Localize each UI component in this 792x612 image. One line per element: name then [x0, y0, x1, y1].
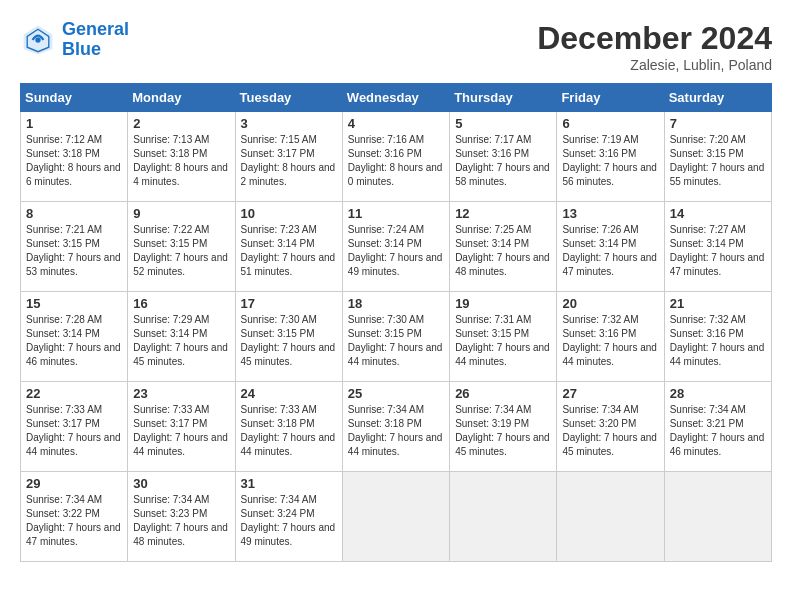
day-number: 5: [455, 116, 551, 131]
day-number: 29: [26, 476, 122, 491]
page-header: General Blue December 2024 Zalesie, Lubl…: [20, 20, 772, 73]
cell-info: Sunrise: 7:12 AMSunset: 3:18 PMDaylight:…: [26, 133, 122, 189]
calendar-cell: 12Sunrise: 7:25 AMSunset: 3:14 PMDayligh…: [450, 202, 557, 292]
calendar-cell: 13Sunrise: 7:26 AMSunset: 3:14 PMDayligh…: [557, 202, 664, 292]
calendar-cell: 21Sunrise: 7:32 AMSunset: 3:16 PMDayligh…: [664, 292, 771, 382]
calendar-cell: 27Sunrise: 7:34 AMSunset: 3:20 PMDayligh…: [557, 382, 664, 472]
calendar-cell: [342, 472, 449, 562]
calendar-cell: 2Sunrise: 7:13 AMSunset: 3:18 PMDaylight…: [128, 112, 235, 202]
column-header-monday: Monday: [128, 84, 235, 112]
day-number: 22: [26, 386, 122, 401]
calendar-cell: 30Sunrise: 7:34 AMSunset: 3:23 PMDayligh…: [128, 472, 235, 562]
day-number: 9: [133, 206, 229, 221]
calendar-cell: 15Sunrise: 7:28 AMSunset: 3:14 PMDayligh…: [21, 292, 128, 382]
logo-text: General Blue: [62, 20, 129, 60]
week-row-3: 15Sunrise: 7:28 AMSunset: 3:14 PMDayligh…: [21, 292, 772, 382]
calendar-cell: 25Sunrise: 7:34 AMSunset: 3:18 PMDayligh…: [342, 382, 449, 472]
cell-info: Sunrise: 7:32 AMSunset: 3:16 PMDaylight:…: [562, 313, 658, 369]
day-number: 3: [241, 116, 337, 131]
calendar-cell: 31Sunrise: 7:34 AMSunset: 3:24 PMDayligh…: [235, 472, 342, 562]
calendar-table: SundayMondayTuesdayWednesdayThursdayFrid…: [20, 83, 772, 562]
cell-info: Sunrise: 7:26 AMSunset: 3:14 PMDaylight:…: [562, 223, 658, 279]
day-number: 6: [562, 116, 658, 131]
day-number: 18: [348, 296, 444, 311]
cell-info: Sunrise: 7:34 AMSunset: 3:22 PMDaylight:…: [26, 493, 122, 549]
cell-info: Sunrise: 7:33 AMSunset: 3:18 PMDaylight:…: [241, 403, 337, 459]
logo-icon: [20, 22, 56, 58]
calendar-cell: 11Sunrise: 7:24 AMSunset: 3:14 PMDayligh…: [342, 202, 449, 292]
day-number: 1: [26, 116, 122, 131]
calendar-cell: 26Sunrise: 7:34 AMSunset: 3:19 PMDayligh…: [450, 382, 557, 472]
cell-info: Sunrise: 7:34 AMSunset: 3:21 PMDaylight:…: [670, 403, 766, 459]
day-number: 28: [670, 386, 766, 401]
cell-info: Sunrise: 7:25 AMSunset: 3:14 PMDaylight:…: [455, 223, 551, 279]
cell-info: Sunrise: 7:21 AMSunset: 3:15 PMDaylight:…: [26, 223, 122, 279]
day-number: 24: [241, 386, 337, 401]
calendar-cell: 16Sunrise: 7:29 AMSunset: 3:14 PMDayligh…: [128, 292, 235, 382]
day-number: 15: [26, 296, 122, 311]
day-number: 4: [348, 116, 444, 131]
calendar-cell: 18Sunrise: 7:30 AMSunset: 3:15 PMDayligh…: [342, 292, 449, 382]
day-number: 20: [562, 296, 658, 311]
calendar-cell: 29Sunrise: 7:34 AMSunset: 3:22 PMDayligh…: [21, 472, 128, 562]
column-header-tuesday: Tuesday: [235, 84, 342, 112]
svg-point-2: [35, 37, 40, 42]
calendar-cell: 23Sunrise: 7:33 AMSunset: 3:17 PMDayligh…: [128, 382, 235, 472]
day-number: 11: [348, 206, 444, 221]
cell-info: Sunrise: 7:19 AMSunset: 3:16 PMDaylight:…: [562, 133, 658, 189]
column-header-friday: Friday: [557, 84, 664, 112]
logo: General Blue: [20, 20, 129, 60]
cell-info: Sunrise: 7:30 AMSunset: 3:15 PMDaylight:…: [241, 313, 337, 369]
calendar-cell: 9Sunrise: 7:22 AMSunset: 3:15 PMDaylight…: [128, 202, 235, 292]
calendar-cell: 20Sunrise: 7:32 AMSunset: 3:16 PMDayligh…: [557, 292, 664, 382]
calendar-cell: 22Sunrise: 7:33 AMSunset: 3:17 PMDayligh…: [21, 382, 128, 472]
day-number: 21: [670, 296, 766, 311]
cell-info: Sunrise: 7:30 AMSunset: 3:15 PMDaylight:…: [348, 313, 444, 369]
day-number: 19: [455, 296, 551, 311]
day-number: 7: [670, 116, 766, 131]
logo-line2: Blue: [62, 39, 101, 59]
cell-info: Sunrise: 7:34 AMSunset: 3:18 PMDaylight:…: [348, 403, 444, 459]
day-number: 10: [241, 206, 337, 221]
cell-info: Sunrise: 7:34 AMSunset: 3:19 PMDaylight:…: [455, 403, 551, 459]
cell-info: Sunrise: 7:22 AMSunset: 3:15 PMDaylight:…: [133, 223, 229, 279]
cell-info: Sunrise: 7:32 AMSunset: 3:16 PMDaylight:…: [670, 313, 766, 369]
day-number: 14: [670, 206, 766, 221]
calendar-cell: 6Sunrise: 7:19 AMSunset: 3:16 PMDaylight…: [557, 112, 664, 202]
calendar-cell: 28Sunrise: 7:34 AMSunset: 3:21 PMDayligh…: [664, 382, 771, 472]
cell-info: Sunrise: 7:34 AMSunset: 3:23 PMDaylight:…: [133, 493, 229, 549]
location: Zalesie, Lublin, Poland: [537, 57, 772, 73]
cell-info: Sunrise: 7:15 AMSunset: 3:17 PMDaylight:…: [241, 133, 337, 189]
cell-info: Sunrise: 7:29 AMSunset: 3:14 PMDaylight:…: [133, 313, 229, 369]
cell-info: Sunrise: 7:17 AMSunset: 3:16 PMDaylight:…: [455, 133, 551, 189]
week-row-1: 1Sunrise: 7:12 AMSunset: 3:18 PMDaylight…: [21, 112, 772, 202]
calendar-cell: 14Sunrise: 7:27 AMSunset: 3:14 PMDayligh…: [664, 202, 771, 292]
cell-info: Sunrise: 7:33 AMSunset: 3:17 PMDaylight:…: [26, 403, 122, 459]
cell-info: Sunrise: 7:33 AMSunset: 3:17 PMDaylight:…: [133, 403, 229, 459]
day-number: 12: [455, 206, 551, 221]
day-number: 23: [133, 386, 229, 401]
cell-info: Sunrise: 7:31 AMSunset: 3:15 PMDaylight:…: [455, 313, 551, 369]
calendar-cell: 7Sunrise: 7:20 AMSunset: 3:15 PMDaylight…: [664, 112, 771, 202]
day-number: 13: [562, 206, 658, 221]
calendar-cell: 1Sunrise: 7:12 AMSunset: 3:18 PMDaylight…: [21, 112, 128, 202]
column-header-sunday: Sunday: [21, 84, 128, 112]
calendar-cell: 4Sunrise: 7:16 AMSunset: 3:16 PMDaylight…: [342, 112, 449, 202]
cell-info: Sunrise: 7:34 AMSunset: 3:20 PMDaylight:…: [562, 403, 658, 459]
cell-info: Sunrise: 7:34 AMSunset: 3:24 PMDaylight:…: [241, 493, 337, 549]
day-number: 2: [133, 116, 229, 131]
title-block: December 2024 Zalesie, Lublin, Poland: [537, 20, 772, 73]
day-number: 30: [133, 476, 229, 491]
calendar-cell: [557, 472, 664, 562]
day-number: 16: [133, 296, 229, 311]
cell-info: Sunrise: 7:27 AMSunset: 3:14 PMDaylight:…: [670, 223, 766, 279]
calendar-cell: 19Sunrise: 7:31 AMSunset: 3:15 PMDayligh…: [450, 292, 557, 382]
calendar-cell: 10Sunrise: 7:23 AMSunset: 3:14 PMDayligh…: [235, 202, 342, 292]
calendar-cell: 8Sunrise: 7:21 AMSunset: 3:15 PMDaylight…: [21, 202, 128, 292]
column-header-saturday: Saturday: [664, 84, 771, 112]
week-row-2: 8Sunrise: 7:21 AMSunset: 3:15 PMDaylight…: [21, 202, 772, 292]
week-row-4: 22Sunrise: 7:33 AMSunset: 3:17 PMDayligh…: [21, 382, 772, 472]
day-number: 25: [348, 386, 444, 401]
logo-line1: General: [62, 19, 129, 39]
cell-info: Sunrise: 7:24 AMSunset: 3:14 PMDaylight:…: [348, 223, 444, 279]
